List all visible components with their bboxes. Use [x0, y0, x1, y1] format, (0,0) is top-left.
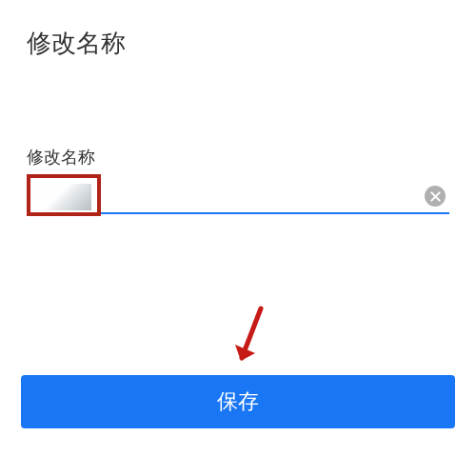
save-button[interactable]: 保存 [21, 375, 455, 428]
field-label: 修改名称 [27, 146, 449, 169]
name-input[interactable] [27, 178, 449, 214]
clear-input-button[interactable] [425, 186, 446, 207]
field-section: 修改名称 [0, 146, 476, 214]
close-icon [430, 191, 441, 202]
arrow-annotation-icon [227, 305, 274, 376]
input-row [27, 178, 449, 214]
page-title: 修改名称 [0, 0, 476, 60]
